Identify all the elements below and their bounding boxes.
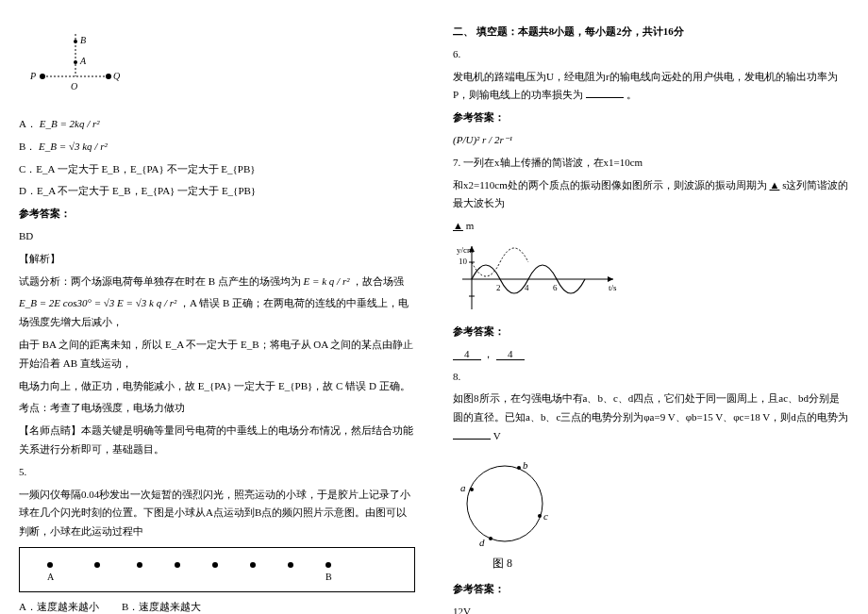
q7-num: 7. (453, 157, 460, 168)
diagram-circle: a b c d 图 8 (453, 452, 849, 574)
q6-a: 发电机的路端电压为U，经电阻为r的输电线向远处的用户供电，发电机的输出功率为P，… (453, 71, 838, 101)
diagram-wave: t/s y/cm 10 2 4 6 (453, 241, 849, 317)
diagram-pq-charges: B A P Q O (19, 25, 415, 109)
q8-a: 如图8所示，在匀强电场中有a、b、c、d四点，它们处于同一圆周上，且ac、bd分… (453, 392, 848, 423)
analysis-line4: 电场力向上，做正功，电势能减小，故 E_{PA} 一定大于 E_{PB}，故 C… (19, 377, 415, 396)
option-a: A． E_B = 2kq / r² (19, 115, 415, 134)
left-column: B A P Q O A． E_B = 2kq / r² B． E_B = √3 … (19, 19, 415, 614)
analysis-line2: E_B = 2E cos30° = √3 E = √3 k q / r² ，A … (19, 294, 415, 332)
svg-text:B: B (80, 35, 86, 45)
q8-number: 8. (453, 368, 849, 387)
svg-point-38 (538, 514, 542, 518)
svg-text:B: B (326, 572, 332, 582)
al1-b: E = k q / r² (304, 275, 350, 287)
analysis-line1: 试题分析：两个场源电荷每单独存在时在 B 点产生的场强均为 E = k q / … (19, 273, 415, 291)
svg-point-17 (250, 562, 256, 568)
svg-point-16 (212, 562, 218, 568)
q5-text: 一频闪仪每隔0.04秒发出一次短暂的强烈闪光，照亮运动的小球，于是胶片上记录了小… (19, 486, 415, 541)
option-c: C．E_A 一定大于 E_B，E_{PA} 不一定大于 E_{PB} (19, 160, 415, 179)
svg-text:O: O (71, 81, 77, 91)
svg-text:2: 2 (496, 283, 501, 292)
q7-blank2: ▲ (453, 220, 463, 231)
svg-point-13 (94, 562, 100, 568)
option-b: B． E_B = √3 kq / r² (19, 138, 415, 157)
q8-blank (453, 427, 491, 440)
mingshi: 【名师点睛】本题关键是明确等量同号电荷的中垂线上的电场分布情况，然后结合功能关系… (19, 422, 415, 459)
svg-point-11 (47, 562, 53, 568)
q8-ref-ans: 12V (453, 603, 849, 614)
svg-marker-22 (608, 276, 613, 282)
section-2-heading: 二、 填空题：本题共8小题，每小题2分，共计16分 (453, 23, 849, 41)
fig8-label: 图 8 (492, 556, 512, 570)
svg-text:a: a (460, 482, 466, 493)
q6-blank (586, 86, 624, 98)
right-column: 二、 填空题：本题共8小题，每小题2分，共计16分 6. 发电机的路端电压为U，… (453, 19, 849, 614)
svg-text:A: A (47, 572, 55, 582)
svg-point-33 (467, 466, 542, 541)
q5-number: 5. (19, 463, 415, 482)
q7-line3: ▲ m (453, 217, 849, 236)
al1-a: 试题分析：两个场源电荷每单独存在时在 B 点产生的场强均为 (19, 275, 304, 287)
svg-text:b: b (523, 459, 528, 471)
svg-text:6: 6 (553, 283, 558, 292)
q7-line1: 7. 一列在x轴上传播的简谐波，在x1=10cm (453, 154, 849, 173)
q7-ref-ans: 4 ， 4 (453, 345, 849, 364)
q7-ans1: 4 (453, 348, 481, 360)
q7-ans2: 4 (496, 348, 525, 360)
svg-point-8 (106, 74, 111, 79)
q5-opt-a: A．速度越来越小 (19, 598, 99, 614)
q7-blank1: ▲ (769, 179, 779, 191)
svg-text:Q: Q (113, 71, 121, 81)
kaodian: 考点：考查了电场强度，电场力做功 (19, 399, 415, 418)
option-d: D．E_A 不一定大于 E_B，E_{PA} 一定大于 E_{PB} (19, 182, 415, 201)
q7-sep: ， (483, 348, 493, 359)
q6-text: 发电机的路端电压为U，经电阻为r的输电线向远处的用户供电，发电机的输出功率为P，… (453, 68, 849, 106)
q6-ref-ans: (P/U)² r / 2r⁻¹ (453, 131, 849, 150)
q7-line2: 和x2=110cm处的两个质点的振动图像如图所示，则波源的振动周期为 ▲ s这列… (453, 176, 849, 214)
svg-point-40 (489, 537, 492, 540)
al2-a: E_B = 2E cos30° = √3 E = √3 k q / r² (19, 297, 176, 308)
q7-f: m (466, 220, 475, 231)
q8-ref-label: 参考答案： (453, 580, 849, 599)
svg-text:c: c (543, 510, 548, 522)
svg-text:10: 10 (459, 257, 468, 266)
option-a-prefix: A． (19, 118, 37, 129)
option-b-prefix: B． (19, 141, 36, 152)
svg-point-4 (74, 60, 77, 64)
svg-point-2 (74, 40, 77, 43)
q6-b: 。 (626, 89, 637, 100)
svg-text:y/cm: y/cm (457, 245, 474, 255)
ref-answer-value: BD (19, 227, 415, 246)
svg-point-18 (288, 562, 293, 568)
q7-a: 一列在x轴上传播的简谐波，在x1=10cm (463, 157, 643, 168)
svg-text:P: P (29, 71, 36, 81)
ref-answer-label: 参考答案： (19, 205, 415, 224)
q5-opt-b: B．速度越来越大 (122, 598, 201, 614)
q6-number: 6. (453, 45, 849, 64)
analysis-label: 【解析】 (19, 250, 415, 269)
q5-options-row1: A．速度越来越小 B．速度越来越大 (19, 598, 415, 614)
svg-text:A: A (79, 56, 87, 66)
q8-b: V (493, 430, 501, 441)
svg-point-6 (40, 74, 45, 79)
q7-ref-label: 参考答案： (453, 323, 849, 341)
q8-text: 如图8所示，在匀强电场中有a、b、c、d四点，它们处于同一圆周上，且ac、bd分… (453, 390, 849, 445)
analysis-line3: 由于 BA 之间的距离未知，所以 E_A 不一定大于 E_B；将电子从 OA 之… (19, 336, 415, 373)
svg-point-14 (137, 562, 142, 568)
svg-point-36 (517, 466, 521, 470)
svg-point-15 (175, 562, 180, 568)
svg-text:4: 4 (525, 283, 529, 292)
option-b-formula: E_B = √3 kq / r² (39, 141, 108, 152)
q6-ref-label: 参考答案： (453, 108, 849, 127)
q7-b: 和x2=110cm处的两个质点的振动图像如图所示，则波源的振动周期为 (453, 179, 767, 191)
option-a-formula: E_B = 2kq / r² (40, 118, 100, 129)
svg-text:t/s: t/s (609, 283, 617, 292)
al1-c: ，故合场强 (352, 275, 404, 287)
svg-point-34 (470, 488, 474, 491)
svg-point-19 (326, 562, 331, 568)
diagram-flash-dots: A B (19, 547, 415, 592)
svg-text:d: d (479, 537, 485, 548)
